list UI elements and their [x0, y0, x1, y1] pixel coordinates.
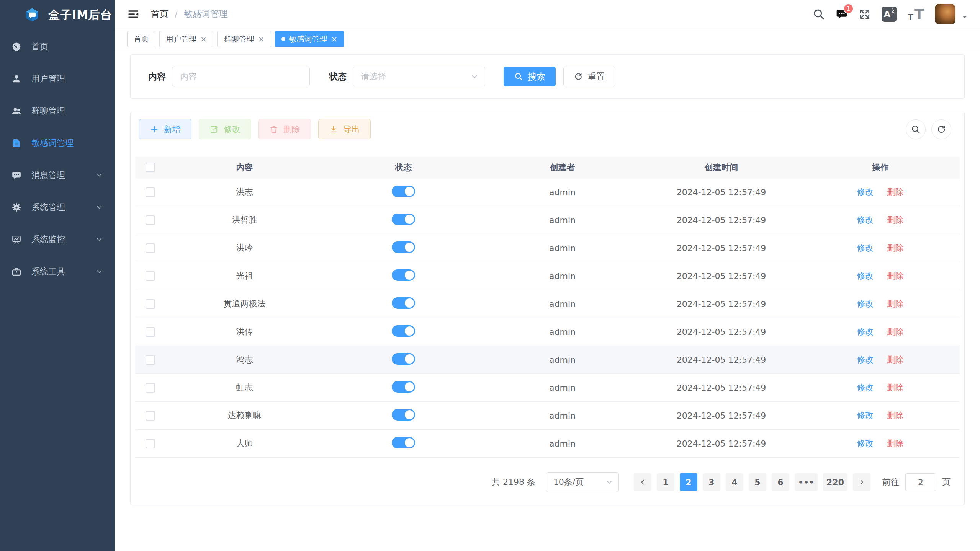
sidebar-item-system-tools[interactable]: 系统工具 — [0, 256, 115, 288]
refresh-icon[interactable] — [931, 119, 951, 139]
row-checkbox[interactable] — [146, 271, 155, 281]
status-toggle[interactable] — [392, 381, 415, 393]
language-icon[interactable]: A文 — [882, 7, 897, 22]
page-number-button[interactable]: 2 — [680, 473, 697, 491]
status-toggle[interactable] — [392, 353, 415, 365]
status-toggle[interactable] — [392, 409, 415, 421]
view-tab[interactable]: 群聊管理 × — [217, 31, 271, 47]
row-checkbox[interactable] — [146, 383, 155, 393]
row-edit-link[interactable]: 修改 — [857, 215, 874, 225]
status-toggle[interactable] — [392, 325, 415, 337]
row-delete-link[interactable]: 删除 — [887, 411, 904, 420]
row-delete-link[interactable]: 删除 — [887, 215, 904, 225]
row-delete-link[interactable]: 删除 — [887, 299, 904, 308]
sidebar-item-home[interactable]: 首页 — [0, 31, 115, 63]
page-number-button[interactable]: 4 — [726, 473, 743, 491]
row-edit-link[interactable]: 修改 — [857, 355, 874, 364]
page-number-button[interactable]: 220 — [823, 473, 847, 491]
sidebar-collapse-icon[interactable] — [127, 8, 139, 20]
row-delete-link[interactable]: 删除 — [887, 327, 904, 336]
page-size-select[interactable]: 10条/页 — [546, 472, 619, 492]
cell-content: 鸿志 — [165, 354, 324, 365]
status-toggle[interactable] — [392, 297, 415, 309]
row-delete-link[interactable]: 删除 — [887, 187, 904, 197]
goto-page-input[interactable] — [905, 473, 936, 491]
row-edit-link[interactable]: 修改 — [857, 299, 874, 308]
chevron-down-icon — [95, 235, 103, 244]
row-edit-link[interactable]: 修改 — [857, 439, 874, 448]
next-page-button[interactable] — [853, 473, 870, 491]
row-edit-link[interactable]: 修改 — [857, 187, 874, 197]
top-navbar: 首页 / 敏感词管理 1 — [115, 0, 980, 28]
row-edit-link[interactable]: 修改 — [857, 411, 874, 420]
row-delete-link[interactable]: 删除 — [887, 243, 904, 253]
prev-page-button[interactable] — [634, 473, 651, 491]
table-row: 鸿志 admin 2024-12-05 12:57:49 修改 删除 — [135, 346, 960, 374]
table-row: 洪吟 admin 2024-12-05 12:57:49 修改 删除 — [135, 234, 960, 262]
page-number-button[interactable]: 3 — [703, 473, 720, 491]
select-all-checkbox[interactable] — [146, 163, 155, 172]
show-search-icon[interactable] — [906, 119, 926, 139]
sidebar-item-user-management[interactable]: 用户管理 — [0, 63, 115, 95]
page-number-button[interactable]: 1 — [657, 473, 674, 491]
row-checkbox[interactable] — [146, 215, 155, 225]
row-edit-link[interactable]: 修改 — [857, 271, 874, 280]
cell-created-at: 2024-12-05 12:57:49 — [642, 355, 801, 365]
add-button[interactable]: 新增 — [139, 119, 191, 139]
row-checkbox[interactable] — [146, 243, 155, 253]
font-size-icon[interactable]: TT — [908, 7, 924, 21]
page-buttons: 123456•••220 — [654, 473, 850, 491]
view-tab[interactable]: 敏感词管理 × — [275, 31, 344, 47]
delete-button[interactable]: 删除 — [258, 119, 311, 139]
row-checkbox[interactable] — [146, 439, 155, 448]
row-checkbox[interactable] — [146, 327, 155, 337]
close-icon[interactable]: × — [200, 35, 207, 43]
view-tab-label: 用户管理 — [166, 34, 196, 44]
status-toggle[interactable] — [392, 214, 415, 225]
goto-suffix: 页 — [942, 476, 951, 488]
sidebar-item-label: 首页 — [31, 41, 48, 52]
search-button[interactable]: 搜索 — [504, 67, 556, 86]
message-icon[interactable]: 1 — [836, 8, 848, 20]
page-number-button[interactable]: 5 — [749, 473, 766, 491]
row-edit-link[interactable]: 修改 — [857, 327, 874, 336]
view-tab[interactable]: 首页 — [127, 31, 155, 47]
row-edit-link[interactable]: 修改 — [857, 243, 874, 253]
close-icon[interactable]: × — [258, 35, 265, 43]
filter-form: 内容 状态 请选择 — [131, 67, 615, 86]
avatar[interactable] — [935, 4, 955, 24]
row-checkbox[interactable] — [146, 187, 155, 197]
status-toggle[interactable] — [392, 269, 415, 281]
user-menu[interactable] — [935, 4, 968, 24]
status-select[interactable]: 请选择 — [353, 67, 485, 86]
row-delete-link[interactable]: 删除 — [887, 439, 904, 448]
tags-view-bar: 首页 用户管理 × 群聊管理 × 敏感词管理 × — [115, 28, 980, 50]
sidebar-item-system-management[interactable]: 系统管理 — [0, 191, 115, 223]
page-ellipsis-button[interactable]: ••• — [795, 473, 818, 491]
sidebar-item-sensitive-words[interactable]: 敏感词管理 — [0, 127, 115, 159]
export-button[interactable]: 导出 — [318, 119, 371, 139]
reset-button[interactable]: 重置 — [563, 67, 615, 86]
row-delete-link[interactable]: 删除 — [887, 383, 904, 392]
page-number-button[interactable]: 6 — [772, 473, 789, 491]
status-toggle[interactable] — [392, 241, 415, 253]
row-checkbox[interactable] — [146, 299, 155, 309]
row-checkbox[interactable] — [146, 355, 155, 365]
view-tab[interactable]: 用户管理 × — [159, 31, 213, 47]
status-toggle[interactable] — [392, 186, 415, 197]
sidebar-item-system-monitor[interactable]: 系统监控 — [0, 223, 115, 256]
sidebar-item-group-management[interactable]: 群聊管理 — [0, 95, 115, 127]
close-icon[interactable]: × — [331, 35, 338, 43]
sidebar-item-message-management[interactable]: 消息管理 — [0, 159, 115, 191]
row-edit-link[interactable]: 修改 — [857, 383, 874, 392]
edit-button[interactable]: 修改 — [199, 119, 251, 139]
search-icon[interactable] — [813, 8, 825, 20]
content-input[interactable] — [172, 67, 310, 86]
status-toggle[interactable] — [392, 437, 415, 448]
fullscreen-icon[interactable] — [859, 8, 871, 20]
row-checkbox[interactable] — [146, 411, 155, 421]
breadcrumb-home[interactable]: 首页 — [151, 8, 169, 20]
row-delete-link[interactable]: 删除 — [887, 271, 904, 280]
row-delete-link[interactable]: 删除 — [887, 355, 904, 364]
cell-created-at: 2024-12-05 12:57:49 — [642, 411, 801, 421]
